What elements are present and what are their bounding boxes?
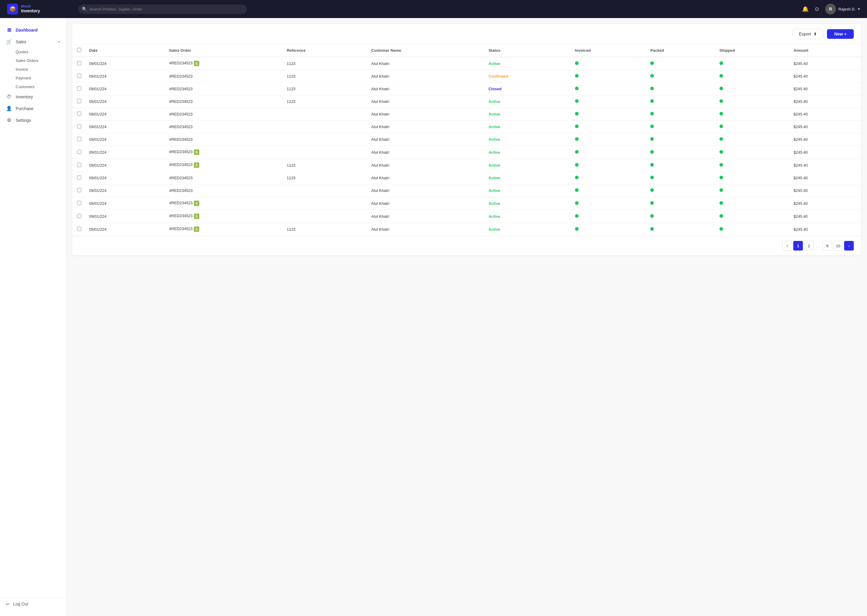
row-checkbox-7[interactable] — [77, 150, 81, 154]
export-button[interactable]: Export ⬆ — [793, 29, 823, 39]
row-amount: $245.40 — [789, 172, 861, 184]
packed-dot — [650, 188, 654, 192]
row-invoiced — [570, 159, 646, 172]
row-shipped — [715, 146, 789, 159]
top-header: 📦 MindX Inventory 🔍 🔔 ⊙ R Rajesh D. ▾ — [0, 0, 867, 18]
status-badge: Active — [489, 214, 500, 218]
row-shipped — [715, 83, 789, 95]
sidebar-item-label-settings: Settings — [16, 118, 60, 123]
inventory-icon: ⏱ — [6, 94, 12, 99]
header-right: 🔔 ⊙ R Rajesh D. ▾ — [802, 4, 860, 14]
packed-dot — [650, 74, 654, 78]
row-amount: $245.40 — [789, 159, 861, 172]
sidebar-item-dashboard[interactable]: ⊞ Dashboard — [0, 24, 66, 36]
pagination-page-2[interactable]: 2 — [804, 241, 814, 251]
row-packed — [645, 121, 714, 133]
row-customer: Atul Khatri — [366, 172, 484, 184]
row-customer: Atul Khatri — [366, 184, 484, 197]
row-checkbox-0[interactable] — [77, 61, 81, 65]
row-sales-order: #RED234523S — [164, 57, 282, 70]
pagination-page-9[interactable]: 9 — [823, 241, 832, 251]
user-info[interactable]: R Rajesh D. ▾ — [825, 4, 860, 14]
row-checkbox-12[interactable] — [77, 214, 81, 218]
row-amount: $245.40 — [789, 133, 861, 146]
col-shipped: Shipped — [715, 44, 789, 57]
sidebar-sub-item-invoice[interactable]: Invoice — [16, 65, 66, 74]
sidebar-sub-item-sales-orders[interactable]: Sales Orders — [16, 56, 66, 65]
row-date: 09/01/224 — [84, 133, 164, 146]
col-status: Status — [484, 44, 570, 57]
table-row: 09/01/224#RED234523Atul KhatriActive$245… — [72, 184, 861, 197]
sidebar-item-purchase[interactable]: 👤 Purchase — [0, 102, 66, 114]
row-checkbox-6[interactable] — [77, 137, 81, 141]
row-checkbox-1[interactable] — [77, 74, 81, 78]
row-reference — [282, 133, 366, 146]
search-input[interactable] — [78, 5, 247, 14]
status-badge: Closed — [489, 86, 501, 91]
row-checkbox-11[interactable] — [77, 201, 81, 205]
table-row: 09/01/224#RED234523Atul KhatriActive$245… — [72, 108, 861, 121]
row-sales-order: #RED234523 — [164, 184, 282, 197]
sidebar-item-settings[interactable]: ⚙ Settings — [0, 114, 66, 126]
select-all-checkbox[interactable] — [77, 48, 81, 52]
row-checkbox-cell — [72, 223, 84, 236]
row-checkbox-2[interactable] — [77, 86, 81, 91]
row-checkbox-13[interactable] — [77, 227, 81, 231]
row-reference: 1123 — [282, 223, 366, 236]
row-amount: $245.40 — [789, 210, 861, 223]
row-customer: Atul Khatri — [366, 70, 484, 83]
toolbar: Export ⬆ New + — [72, 24, 861, 44]
row-reference: 1123 — [282, 83, 366, 95]
sidebar-item-inventory[interactable]: ⏱ Inventory — [0, 91, 66, 102]
row-date: 09/01/224 — [84, 57, 164, 70]
row-status: Active — [484, 223, 570, 236]
sales-table: Date Sales Order Reference Customer Name… — [72, 44, 861, 236]
row-status: Active — [484, 184, 570, 197]
row-checkbox-3[interactable] — [77, 99, 81, 103]
row-checkbox-8[interactable] — [77, 163, 81, 167]
sidebar-sales-submenu: Quotes Sales Orders Invoice Payment Cust… — [0, 47, 66, 91]
row-reference — [282, 210, 366, 223]
row-customer: Atul Khatri — [366, 95, 484, 108]
pagination-page-1[interactable]: 1 — [793, 241, 803, 251]
row-amount: $245.40 — [789, 83, 861, 95]
dashboard-icon: ⊞ — [6, 27, 12, 33]
pagination-prev-button[interactable]: ‹ — [782, 241, 792, 251]
sales-icon: 🛒 — [6, 39, 12, 44]
packed-dot — [650, 124, 654, 128]
packed-dot — [650, 112, 654, 115]
chevron-down-icon: ▾ — [858, 7, 860, 11]
logout-button[interactable]: ↩ Log Out — [0, 598, 66, 610]
shopify-icon: S — [194, 201, 199, 206]
invoiced-dot — [575, 188, 579, 192]
row-reference: 1123 — [282, 70, 366, 83]
shipped-dot — [719, 150, 723, 154]
pagination-page-10[interactable]: 10 — [833, 241, 843, 251]
row-checkbox-4[interactable] — [77, 112, 81, 116]
logout-icon: ↩ — [6, 602, 9, 607]
sidebar-item-sales[interactable]: 🛒 Sales ▾ — [0, 36, 66, 47]
row-sales-order: #RED234523 — [164, 95, 282, 108]
row-status: Active — [484, 57, 570, 70]
row-invoiced — [570, 108, 646, 121]
table-row: 09/01/224#RED234523SAtul KhatriActive$24… — [72, 210, 861, 223]
pagination-next-button[interactable]: › — [844, 241, 854, 251]
row-amount: $245.40 — [789, 197, 861, 210]
sidebar-sub-item-payment[interactable]: Payment — [16, 74, 66, 82]
row-customer: Atul Khatri — [366, 223, 484, 236]
col-sales-order: Sales Order — [164, 44, 282, 57]
row-checkbox-9[interactable] — [77, 175, 81, 179]
settings-icon: ⚙ — [6, 117, 12, 123]
shipped-dot — [719, 176, 723, 179]
new-button[interactable]: New + — [827, 29, 854, 39]
notification-bell-button[interactable]: 🔔 — [802, 6, 809, 13]
row-checkbox-5[interactable] — [77, 124, 81, 129]
row-status: Active — [484, 95, 570, 108]
settings-icon-button[interactable]: ⊙ — [815, 6, 819, 13]
invoiced-dot — [575, 99, 579, 103]
sidebar-sub-item-quotes[interactable]: Quotes — [16, 47, 66, 56]
row-invoiced — [570, 133, 646, 146]
sidebar-sub-item-customers[interactable]: Customers — [16, 82, 66, 91]
row-checkbox-10[interactable] — [77, 188, 81, 192]
row-status: Closed — [484, 83, 570, 95]
